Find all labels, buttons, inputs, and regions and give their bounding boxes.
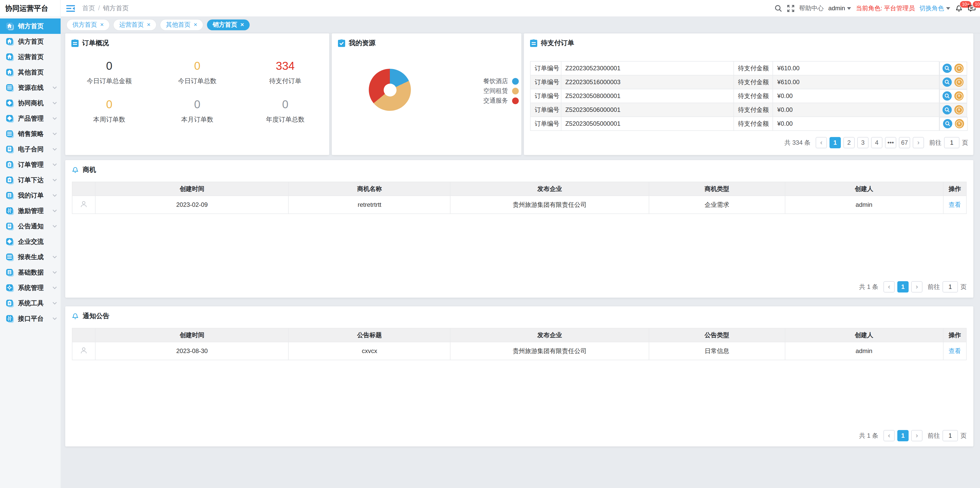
pay-order-button[interactable]: ¥ bbox=[955, 63, 964, 73]
tab-供方首页[interactable]: 供方首页× bbox=[67, 19, 110, 30]
doc-icon bbox=[6, 84, 14, 92]
pay-order-button[interactable]: ¥ bbox=[955, 78, 964, 87]
message-badge: 10+ bbox=[972, 0, 980, 8]
tab-label: 运营首页 bbox=[119, 20, 144, 29]
search-icon[interactable] bbox=[774, 4, 782, 12]
sidebar-item-我的订单[interactable]: 我的订单 bbox=[0, 188, 60, 203]
legend-item-空间租赁[interactable]: 空间租赁 bbox=[483, 87, 519, 94]
sidebar-item-label: 供方首页 bbox=[18, 37, 44, 46]
next-page-button[interactable]: › bbox=[911, 430, 923, 441]
sidebar-item-销方首页[interactable]: 销方首页 bbox=[0, 19, 60, 34]
sidebar-item-企业交流[interactable]: 企业交流 bbox=[0, 234, 60, 249]
sidebar-item-订单管理[interactable]: 订单管理 bbox=[0, 157, 60, 173]
page-unit-label: 页 bbox=[961, 431, 967, 440]
sidebar-item-label: 产品管理 bbox=[18, 114, 44, 123]
goto-page-input[interactable] bbox=[942, 430, 958, 441]
view-order-button[interactable] bbox=[943, 105, 952, 114]
pay-order-button[interactable]: ¥ bbox=[955, 91, 964, 101]
chevron-down-icon bbox=[52, 132, 57, 135]
goto-page-input[interactable] bbox=[944, 137, 959, 148]
view-order-button[interactable] bbox=[943, 78, 952, 87]
column-header: 创建人 bbox=[785, 328, 943, 342]
table-header-row: 创建时间商机名称发布企业商机类型创建人操作 bbox=[72, 182, 966, 196]
sidebar-item-产品管理[interactable]: 产品管理 bbox=[0, 111, 60, 126]
page-button-67[interactable]: 67 bbox=[899, 137, 910, 148]
pay-order-button[interactable]: ¥ bbox=[955, 105, 964, 114]
sidebar-item-系统管理[interactable]: 系统管理 bbox=[0, 280, 60, 296]
row-actions: ¥ bbox=[939, 89, 967, 103]
business-pagination: 共 1 条‹1›前往页 bbox=[859, 281, 967, 293]
icon-column-header bbox=[72, 182, 95, 196]
order-no-value: Z520230508000001 bbox=[561, 89, 733, 103]
prev-page-button[interactable]: ‹ bbox=[883, 430, 895, 441]
messages-icon[interactable]: 10+ bbox=[968, 4, 976, 12]
order-no-label: 订单编号 bbox=[530, 117, 561, 131]
help-center-link[interactable]: 帮助中心 bbox=[799, 4, 824, 13]
view-order-button[interactable] bbox=[943, 63, 952, 73]
sidebar-item-label: 我的订单 bbox=[18, 191, 44, 200]
business-row: 2023-02-09retretrtrtt贵州旅游集团有限责任公司企业需求adm… bbox=[72, 196, 966, 214]
next-page-button[interactable]: › bbox=[911, 281, 923, 293]
view-order-button[interactable] bbox=[943, 91, 952, 101]
sidebar-collapse-icon[interactable] bbox=[66, 4, 75, 12]
view-link[interactable]: 查看 bbox=[949, 201, 961, 208]
sidebar-item-系统工具[interactable]: 系统工具 bbox=[0, 296, 60, 311]
tab-销方首页[interactable]: 销方首页× bbox=[207, 19, 250, 30]
page-button-1[interactable]: 1 bbox=[897, 281, 908, 293]
sidebar-item-销售策略[interactable]: 销售策略 bbox=[0, 126, 60, 142]
fullscreen-icon[interactable] bbox=[787, 4, 794, 12]
page-button-3[interactable]: 3 bbox=[857, 137, 869, 148]
close-tab-icon[interactable]: × bbox=[147, 22, 151, 28]
close-tab-icon[interactable]: × bbox=[194, 22, 197, 28]
sidebar-item-label: 其他首页 bbox=[18, 68, 44, 77]
sidebar-item-供方首页[interactable]: 供方首页 bbox=[0, 34, 60, 49]
sidebar-item-报表生成[interactable]: 报表生成 bbox=[0, 249, 60, 265]
breadcrumb-home[interactable]: 首页 bbox=[82, 4, 95, 13]
sidebar-item-运营首页[interactable]: 运营首页 bbox=[0, 49, 60, 65]
table-cell: 日常信息 bbox=[649, 342, 785, 360]
page-button-4[interactable]: 4 bbox=[871, 137, 882, 148]
view-link[interactable]: 查看 bbox=[949, 347, 961, 354]
goto-page-input[interactable] bbox=[942, 281, 958, 293]
notifications-bell-icon[interactable]: 10+ bbox=[955, 4, 963, 12]
pay-order-button[interactable]: ¥ bbox=[955, 119, 964, 128]
sidebar-item-label: 协同商机 bbox=[18, 99, 44, 108]
view-order-button[interactable] bbox=[943, 119, 952, 128]
sidebar-item-订单下达[interactable]: 订单下达 bbox=[0, 173, 60, 188]
sidebar-item-资源在线[interactable]: 资源在线 bbox=[0, 80, 60, 95]
legend-item-交通服务[interactable]: 交通服务 bbox=[483, 97, 519, 104]
table-cell: 贵州旅游集团有限责任公司 bbox=[450, 196, 649, 214]
icon-column-header bbox=[72, 328, 95, 342]
card-title: 商机 bbox=[83, 165, 96, 174]
column-header: 发布企业 bbox=[450, 182, 649, 196]
tab-其他首页[interactable]: 其他首页× bbox=[160, 19, 203, 30]
close-tab-icon[interactable]: × bbox=[100, 22, 104, 28]
sidebar-item-激励管理[interactable]: 激励管理 bbox=[0, 203, 60, 219]
notice-pagination: 共 1 条‹1›前往页 bbox=[859, 430, 967, 441]
sidebar-item-电子合同[interactable]: 电子合同 bbox=[0, 142, 60, 157]
chevron-down-icon bbox=[52, 117, 57, 120]
page-button-1[interactable]: 1 bbox=[897, 430, 908, 441]
sidebar-item-协同商机[interactable]: 协同商机 bbox=[0, 95, 60, 111]
tab-运营首页[interactable]: 运营首页× bbox=[113, 19, 156, 30]
stat-value: 0 bbox=[241, 98, 329, 111]
prev-page-button[interactable]: ‹ bbox=[883, 281, 895, 293]
legend-item-餐饮酒店[interactable]: 餐饮酒店 bbox=[483, 78, 519, 85]
switch-role-button[interactable]: 切换角色 bbox=[920, 4, 950, 13]
close-tab-icon[interactable]: × bbox=[240, 22, 244, 28]
home-icon bbox=[6, 22, 14, 30]
next-page-button[interactable]: › bbox=[913, 137, 924, 148]
more-pages-button[interactable]: ••• bbox=[885, 137, 896, 148]
user-menu[interactable]: admin bbox=[828, 5, 851, 12]
sidebar-item-基础数据[interactable]: 基础数据 bbox=[0, 265, 60, 280]
page-button-2[interactable]: 2 bbox=[843, 137, 855, 148]
chevron-down-icon bbox=[52, 86, 57, 89]
goto-label: 前往 bbox=[928, 282, 940, 291]
sidebar-item-其他首页[interactable]: 其他首页 bbox=[0, 65, 60, 80]
page-button-1[interactable]: 1 bbox=[829, 137, 841, 148]
column-header: 操作 bbox=[943, 328, 966, 342]
prev-page-button[interactable]: ‹ bbox=[816, 137, 827, 148]
sidebar-item-接口平台[interactable]: 接口平台 bbox=[0, 311, 60, 326]
table-cell: 2023-08-30 bbox=[95, 342, 289, 360]
sidebar-item-公告通知[interactable]: 公告通知 bbox=[0, 219, 60, 234]
